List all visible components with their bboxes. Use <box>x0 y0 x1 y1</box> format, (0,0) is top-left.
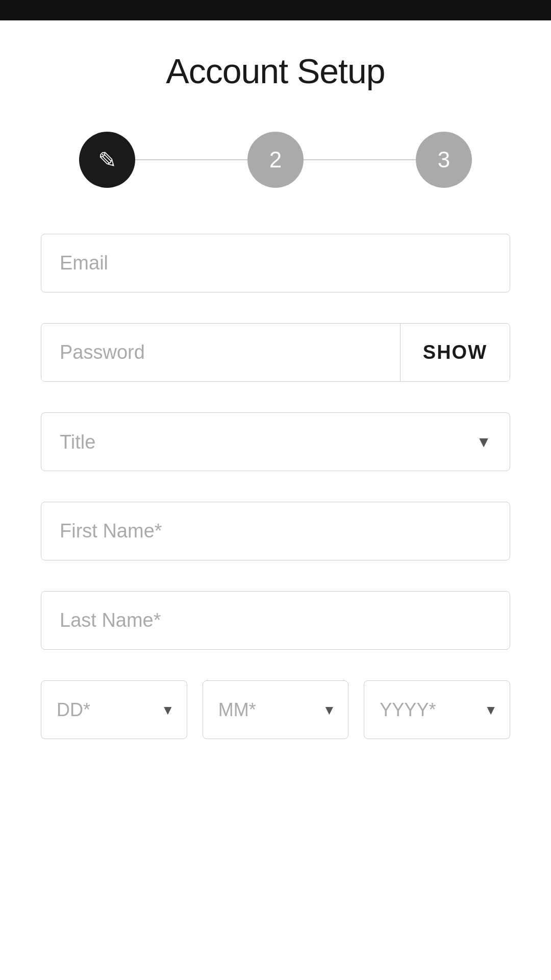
month-select[interactable]: MM* 12345 678910 1112 <box>203 681 348 739</box>
step-3-label: 3 <box>438 147 450 173</box>
first-name-input[interactable] <box>41 502 510 560</box>
title-select[interactable]: Title Mr Mrs Ms Dr Prof <box>41 413 510 471</box>
day-select-wrapper: DD* 12345 678910 1112131415 1617181920 2… <box>41 680 187 739</box>
stepper: ✎ 2 3 <box>41 132 510 188</box>
last-name-field-wrapper <box>41 591 510 650</box>
step-line-2 <box>304 159 416 160</box>
pencil-icon: ✎ <box>98 147 117 173</box>
title-select-wrapper: Title Mr Mrs Ms Dr Prof ▼ <box>41 412 510 471</box>
day-select[interactable]: DD* 12345 678910 1112131415 1617181920 2… <box>41 681 187 739</box>
page-title: Account Setup <box>41 51 510 91</box>
month-select-wrapper: MM* 12345 678910 1112 ▼ <box>203 680 349 739</box>
step-2-circle[interactable]: 2 <box>247 132 304 188</box>
step-3-circle[interactable]: 3 <box>416 132 472 188</box>
page-container: Account Setup ✎ 2 3 SHOW Title Mr Mr <box>0 20 551 811</box>
show-label: SHOW <box>423 341 487 363</box>
last-name-input[interactable] <box>41 591 510 650</box>
status-bar <box>0 0 551 20</box>
form: SHOW Title Mr Mrs Ms Dr Prof ▼ DD* <box>41 234 510 770</box>
first-name-field-wrapper <box>41 502 510 560</box>
year-select-wrapper: YYYY* 2026202520242023202220212020201920… <box>364 680 510 739</box>
step-1-circle[interactable]: ✎ <box>79 132 135 188</box>
email-field-wrapper <box>41 234 510 292</box>
password-input[interactable] <box>41 324 400 381</box>
year-select[interactable]: YYYY* 2026202520242023202220212020201920… <box>364 681 510 739</box>
show-password-button[interactable]: SHOW <box>400 324 510 381</box>
password-field-wrapper: SHOW <box>41 323 510 382</box>
step-line-1 <box>135 159 247 160</box>
email-input[interactable] <box>41 234 510 292</box>
date-of-birth-row: DD* 12345 678910 1112131415 1617181920 2… <box>41 680 510 739</box>
step-2-label: 2 <box>269 147 282 173</box>
